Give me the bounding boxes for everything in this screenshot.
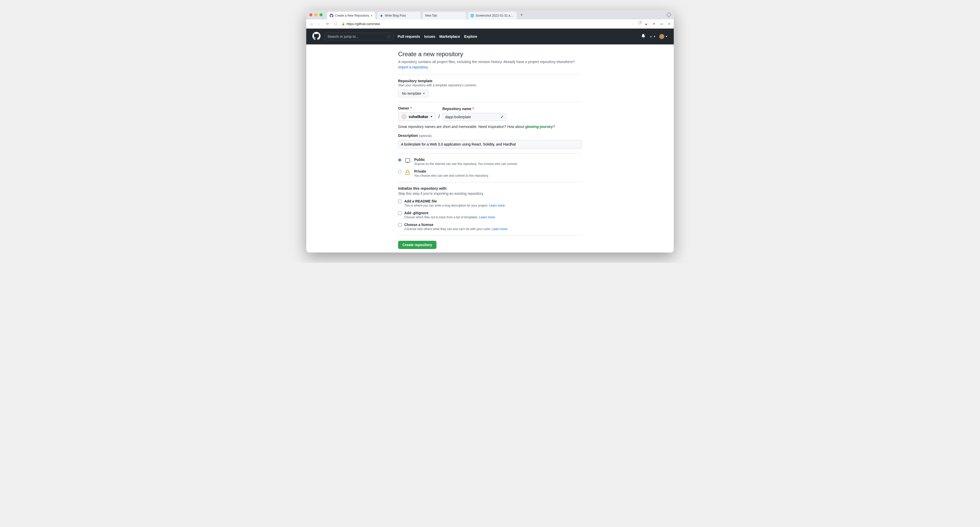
owner-avatar-icon	[401, 114, 407, 119]
import-repo-link[interactable]: Import a repository.	[398, 65, 429, 69]
user-menu-button[interactable]: ▼	[659, 34, 668, 39]
globe-favicon-icon: 🌐	[471, 14, 474, 18]
tab-title: New Tab	[425, 14, 437, 18]
learn-more-link[interactable]: Learn more.	[492, 227, 508, 231]
github-header: Search or jump to... / Pull requests Iss…	[306, 29, 674, 45]
hashnode-favicon-icon: ◆	[380, 14, 383, 18]
maximize-window-button[interactable]	[320, 13, 323, 16]
slash-separator: /	[438, 114, 440, 121]
search-placeholder: Search or jump to...	[328, 35, 359, 38]
tab-title: Screenshot 2022-01-31 at 22.06.5…	[476, 14, 514, 18]
search-input[interactable]: Search or jump to... /	[325, 33, 393, 40]
nav-explore[interactable]: Explore	[464, 35, 477, 38]
readme-desc: This is where you can write a long descr…	[404, 204, 506, 207]
add-gitignore-checkbox[interactable]	[398, 212, 402, 215]
main-content: Create a new repository A repository con…	[306, 45, 674, 253]
primary-nav: Pull requests Issues Marketplace Explore	[398, 35, 477, 38]
divider	[398, 182, 582, 182]
close-window-button[interactable]	[309, 13, 312, 16]
reload-button[interactable]: ⟳	[325, 22, 330, 26]
caret-down-icon: ▼	[423, 92, 425, 95]
tab-strip: Create a New Repository × ◆ Write Blog P…	[306, 10, 674, 19]
public-desc: Anyone on the internet can see this repo…	[414, 162, 517, 166]
template-label: Repository template	[398, 79, 582, 83]
menu-icon[interactable]: ≡	[667, 22, 671, 26]
description-label: Description (optional)	[398, 134, 431, 138]
github-favicon-icon	[330, 14, 333, 18]
caret-down-icon: ▼	[430, 115, 433, 118]
description-input[interactable]	[398, 140, 582, 149]
minimize-window-button[interactable]	[314, 13, 318, 16]
visibility-private-radio[interactable]	[398, 170, 401, 174]
learn-more-link[interactable]: Learn more.	[479, 215, 496, 219]
url-display[interactable]: 🔒 https://github.com/new	[342, 22, 380, 26]
init-sub: Skip this step if you're importing an ex…	[398, 191, 582, 196]
check-icon: ✔	[501, 115, 504, 119]
slash-hint-icon: /	[387, 35, 391, 38]
address-bar: ◁ ▷ ⟳ ☐ 🔒 https://github.com/new | ♡1 ▲ …	[306, 19, 674, 29]
visibility-public-radio[interactable]	[398, 158, 401, 162]
extension-heart-icon[interactable]: ♡1	[637, 22, 641, 26]
nav-marketplace[interactable]: Marketplace	[439, 35, 460, 38]
tab-title: Write Blog Post	[385, 14, 406, 18]
gitignore-title: Add .gitignore	[404, 211, 496, 215]
close-tab-icon[interactable]: ×	[371, 14, 372, 18]
tab-screenshot[interactable]: 🌐 Screenshot 2022-01-31 at 22.06.5…	[468, 12, 517, 19]
name-hint: Great repository names are short and mem…	[398, 124, 582, 129]
notification-dot-icon	[644, 33, 646, 35]
public-title: Public	[414, 158, 517, 162]
page-subtitle: A repository contains all project files,…	[398, 59, 582, 70]
avatar-icon	[659, 34, 664, 39]
choose-license-checkbox[interactable]	[398, 223, 402, 227]
browser-window: Create a New Repository × ◆ Write Blog P…	[306, 10, 674, 253]
gitignore-desc: Choose which files not to track from a l…	[404, 215, 496, 219]
license-title: Choose a license	[404, 223, 508, 227]
tab-create-repo[interactable]: Create a New Repository ×	[327, 12, 375, 19]
create-menu-button[interactable]: ＋▼	[649, 34, 655, 39]
window-controls	[309, 13, 323, 16]
private-title: Private	[414, 169, 489, 174]
learn-more-link[interactable]: Learn more.	[489, 204, 506, 207]
nav-issues[interactable]: Issues	[424, 35, 435, 38]
new-tab-button[interactable]: +	[519, 12, 525, 18]
template-note: Start your repository with a template re…	[398, 83, 582, 87]
readme-title: Add a README file	[404, 199, 506, 203]
repo-public-icon	[404, 158, 411, 165]
url-text: https://github.com/new	[347, 22, 380, 26]
extensions-icon[interactable]: ✦	[652, 22, 656, 26]
svg-rect-1	[406, 172, 409, 175]
tab-new[interactable]: New Tab	[423, 12, 466, 19]
private-desc: You choose who can see and commit to thi…	[414, 174, 489, 177]
add-readme-checkbox[interactable]	[398, 200, 402, 203]
create-repository-button[interactable]: Create repository	[398, 241, 436, 249]
divider	[398, 75, 582, 75]
bookmark-icon[interactable]: ☐	[333, 22, 338, 26]
license-desc: A license tells others what they can and…	[404, 227, 508, 231]
notifications-icon[interactable]	[641, 34, 646, 39]
nav-pull-requests[interactable]: Pull requests	[398, 35, 420, 38]
owner-label: Owner *	[398, 106, 436, 110]
lock-icon: 🔒	[342, 22, 345, 25]
lock-icon	[404, 169, 411, 177]
github-logo-icon[interactable]	[312, 32, 321, 41]
svg-rect-0	[405, 159, 410, 162]
forward-button[interactable]: ▷	[317, 22, 321, 26]
back-button[interactable]: ◁	[309, 22, 313, 26]
extension-brave-icon[interactable]: ▲	[644, 22, 648, 26]
suggestion-link[interactable]: glowing-journey	[525, 124, 553, 129]
repo-name-input[interactable]	[442, 113, 506, 121]
repo-name-label: Repository name *	[442, 107, 506, 111]
tab-write-blog[interactable]: ◆ Write Blog Post	[377, 12, 421, 19]
incognito-icon	[667, 12, 671, 18]
screen-share-icon[interactable]: ▭	[659, 22, 663, 26]
page-title: Create a new repository	[398, 51, 582, 58]
init-title: Initialize this repository with:	[398, 186, 582, 191]
tab-title: Create a New Repository	[335, 14, 369, 18]
template-select[interactable]: No template ▼	[398, 90, 429, 97]
owner-select[interactable]: suhailkakar ▼	[398, 112, 436, 121]
